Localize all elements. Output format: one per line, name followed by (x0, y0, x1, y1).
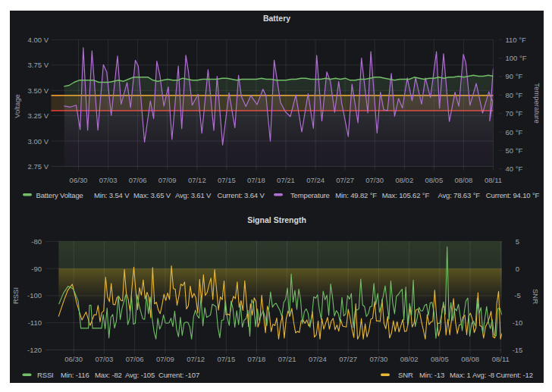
svg-text:Battery Voltage: Battery Voltage (36, 191, 83, 199)
svg-text:07/06: 07/06 (129, 176, 147, 184)
svg-text:06/30: 06/30 (70, 176, 88, 184)
svg-text:RSSI: RSSI (11, 287, 20, 304)
svg-text:Voltage: Voltage (13, 94, 21, 118)
svg-text:-100: -100 (27, 291, 42, 299)
svg-text:Min: -13: Min: -13 (419, 371, 444, 379)
svg-text:2.75 V: 2.75 V (28, 162, 49, 171)
svg-text:Temperature: Temperature (533, 83, 541, 123)
svg-text:-90: -90 (31, 265, 42, 273)
svg-text:06/30: 06/30 (64, 355, 83, 363)
svg-text:08/08: 08/08 (461, 355, 479, 363)
svg-text:Min: -116: Min: -116 (61, 371, 89, 379)
svg-text:Avg: 3.61 V: Avg: 3.61 V (175, 191, 212, 199)
svg-text:08/11: 08/11 (492, 355, 510, 363)
svg-text:Signal Strength: Signal Strength (247, 215, 306, 224)
svg-text:07/24: 07/24 (306, 176, 325, 184)
svg-text:Current: 3.64 V: Current: 3.64 V (218, 191, 265, 199)
svg-text:SNR: SNR (532, 289, 540, 304)
svg-text:07/18: 07/18 (248, 355, 266, 363)
svg-text:70 °F: 70 °F (506, 109, 523, 118)
svg-text:08/05: 08/05 (431, 355, 449, 363)
svg-text:-15: -15 (513, 346, 523, 354)
svg-text:110 °F: 110 °F (506, 36, 527, 44)
svg-text:60 °F: 60 °F (506, 128, 523, 136)
svg-text:07/30: 07/30 (370, 355, 388, 363)
svg-text:07/21: 07/21 (277, 176, 295, 184)
svg-text:Avg: -8: Avg: -8 (472, 371, 494, 379)
svg-text:08/02: 08/02 (400, 355, 419, 363)
svg-text:SNR: SNR (398, 371, 413, 379)
svg-text:Min: 49.82 °F: Min: 49.82 °F (335, 191, 377, 199)
svg-text:07/30: 07/30 (365, 176, 384, 184)
svg-text:3.50 V: 3.50 V (28, 86, 49, 95)
svg-text:Current: -107: Current: -107 (158, 371, 199, 379)
svg-text:-80: -80 (31, 237, 42, 246)
svg-text:-120: -120 (27, 346, 42, 354)
svg-text:3.75 V: 3.75 V (28, 61, 49, 69)
svg-text:07/15: 07/15 (218, 176, 236, 184)
svg-text:3.25 V: 3.25 V (28, 111, 49, 120)
svg-text:-5: -5 (514, 291, 520, 299)
svg-text:08/08: 08/08 (455, 176, 473, 184)
svg-text:4.00 V: 4.00 V (28, 36, 49, 44)
svg-text:Avg: 78.63 °F: Avg: 78.63 °F (438, 191, 480, 199)
svg-text:Current: -12: Current: -12 (496, 371, 533, 379)
svg-text:07/12: 07/12 (187, 355, 205, 363)
svg-text:07/15: 07/15 (217, 355, 235, 363)
svg-text:07/24: 07/24 (309, 355, 327, 363)
svg-text:07/06: 07/06 (126, 355, 144, 363)
svg-text:-110: -110 (28, 318, 42, 327)
svg-text:07/18: 07/18 (247, 176, 265, 184)
svg-text:Max: 1: Max: 1 (450, 371, 471, 379)
svg-text:-10: -10 (513, 318, 523, 327)
svg-text:07/03: 07/03 (99, 176, 118, 184)
svg-text:5: 5 (516, 237, 519, 246)
svg-text:90 °F: 90 °F (506, 72, 523, 80)
svg-text:80 °F: 80 °F (506, 91, 523, 99)
svg-text:RSSI: RSSI (37, 371, 54, 379)
svg-text:08/11: 08/11 (485, 176, 502, 184)
svg-text:50 °F: 50 °F (506, 146, 523, 155)
svg-text:Max: 105.62 °F: Max: 105.62 °F (382, 191, 430, 199)
svg-text:07/12: 07/12 (188, 176, 206, 184)
svg-text:07/09: 07/09 (156, 355, 174, 363)
svg-text:Avg: -105: Avg: -105 (125, 371, 155, 379)
svg-text:08/05: 08/05 (425, 176, 443, 184)
svg-text:100 °F: 100 °F (506, 54, 527, 62)
svg-text:Current: 94.10 °F: Current: 94.10 °F (486, 191, 540, 199)
svg-text:07/21: 07/21 (278, 355, 296, 363)
svg-text:07/09: 07/09 (158, 176, 177, 184)
svg-text:Max: -82: Max: -82 (95, 371, 122, 379)
svg-text:07/27: 07/27 (336, 176, 354, 184)
svg-text:Max: 3.65 V: Max: 3.65 V (133, 191, 171, 199)
svg-text:Battery: Battery (263, 14, 290, 23)
svg-text:07/27: 07/27 (339, 355, 357, 363)
svg-text:0: 0 (516, 265, 519, 273)
svg-text:Min: 3.54 V: Min: 3.54 V (94, 191, 130, 199)
svg-text:07/03: 07/03 (96, 355, 114, 363)
svg-text:08/02: 08/02 (395, 176, 413, 184)
svg-text:Temperature: Temperature (290, 191, 330, 199)
svg-text:40 °F: 40 °F (506, 165, 523, 173)
svg-text:3.00 V: 3.00 V (28, 137, 49, 146)
